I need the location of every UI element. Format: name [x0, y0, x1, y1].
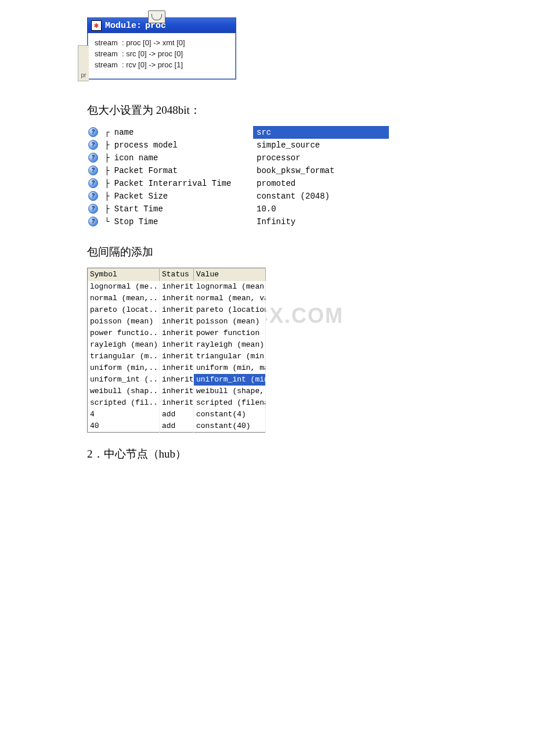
symbol-cell[interactable]: 4	[88, 409, 160, 420]
help-icon[interactable]: ?	[88, 153, 98, 163]
value-cell[interactable]: constant(40)	[194, 420, 266, 433]
symbol-row[interactable]: 40addconstant(40)	[88, 420, 266, 433]
status-cell[interactable]: inherit	[160, 304, 194, 316]
attribute-name[interactable]: ├ Packet Interarrival Time	[101, 177, 253, 190]
status-cell[interactable]: inherit	[160, 386, 194, 397]
attribute-value[interactable]: constant (2048)	[253, 190, 389, 203]
attribute-value[interactable]: book_pksw_format	[253, 164, 389, 177]
value-cell[interactable]: pareto (location, s	[194, 304, 266, 316]
attribute-row[interactable]: ?├ Packet Formatbook_pksw_format	[87, 164, 389, 177]
help-icon-cell[interactable]: ?	[87, 203, 101, 215]
attribute-value[interactable]: src	[253, 126, 389, 139]
value-cell[interactable]: constant(4)	[194, 409, 266, 420]
symbol-row[interactable]: uniform_int (...inherituniform_int (min,…	[88, 374, 266, 386]
stream-line: stream : src [0] -> proc [0]	[95, 49, 231, 60]
attribute-row[interactable]: ?┌ namesrc	[87, 126, 389, 139]
symbol-cell[interactable]: scripted (fil...	[88, 397, 160, 409]
symbol-row[interactable]: 4addconstant(4)	[88, 409, 266, 420]
symbol-row[interactable]: rayleigh (mean)inheritrayleigh (mean)	[88, 339, 266, 351]
symbol-cell[interactable]: uniform (min,...	[88, 362, 160, 374]
attribute-value[interactable]: simple_source	[253, 139, 389, 152]
attribute-row[interactable]: ?├ icon nameprocessor	[87, 152, 389, 164]
header-symbol[interactable]: Symbol	[88, 268, 160, 281]
symbol-row[interactable]: normal (mean,...inheritnormal (mean, var…	[88, 293, 266, 304]
attribute-name[interactable]: ├ Start Time	[101, 203, 253, 215]
status-cell[interactable]: inherit	[160, 339, 194, 351]
value-cell[interactable]: power function (sha	[194, 327, 266, 339]
attribute-value[interactable]: Infinity	[253, 215, 389, 228]
value-cell[interactable]: poisson (mean)	[194, 316, 266, 327]
symbol-cell[interactable]: weibull (shap...	[88, 386, 160, 397]
help-icon[interactable]: ?	[88, 140, 98, 150]
value-cell[interactable]: uniform_int (min, m	[194, 374, 266, 386]
help-icon-cell[interactable]: ?	[87, 139, 101, 152]
help-icon[interactable]: ?	[88, 127, 98, 137]
attribute-name[interactable]: ├ Packet Size	[101, 190, 253, 203]
symbol-row[interactable]: uniform (min,...inherituniform (min, max…	[88, 362, 266, 374]
status-cell[interactable]: add	[160, 409, 194, 420]
attribute-table[interactable]: ?┌ namesrc?├ process modelsimple_source?…	[87, 126, 389, 228]
symbol-cell[interactable]: triangular (m...	[88, 351, 160, 362]
symbol-cell[interactable]: normal (mean,...	[88, 293, 160, 304]
symbol-row[interactable]: scripted (fil...inheritscripted (filenam…	[88, 397, 266, 409]
help-icon[interactable]: ?	[88, 178, 98, 188]
attribute-name[interactable]: ├ Packet Format	[101, 164, 253, 177]
attribute-name[interactable]: ├ icon name	[101, 152, 253, 164]
help-icon[interactable]: ?	[88, 191, 98, 201]
symbol-row[interactable]: weibull (shap...inheritweibull (shape, s…	[88, 386, 266, 397]
help-icon[interactable]: ?	[88, 204, 98, 214]
symbol-cell[interactable]: power functio...	[88, 327, 160, 339]
symbol-cell[interactable]: poisson (mean)	[88, 316, 160, 327]
value-cell[interactable]: lognormal (mean, va	[194, 281, 266, 293]
status-cell[interactable]: inherit	[160, 316, 194, 327]
module-star-icon: ✱	[91, 20, 102, 31]
value-cell[interactable]: uniform (min, max)	[194, 362, 266, 374]
value-cell[interactable]: normal (mean, varia	[194, 293, 266, 304]
value-cell[interactable]: weibull (shape, sca	[194, 386, 266, 397]
symbol-row[interactable]: lognormal (me...inheritlognormal (mean, …	[88, 281, 266, 293]
value-cell[interactable]: triangular (min, ma	[194, 351, 266, 362]
symbol-cell[interactable]: 40	[88, 420, 160, 433]
header-value[interactable]: Value	[194, 268, 266, 281]
help-icon-cell[interactable]: ?	[87, 177, 101, 190]
symbol-row[interactable]: poisson (mean)inheritpoisson (mean)	[88, 316, 266, 327]
help-icon-cell[interactable]: ?	[87, 152, 101, 164]
help-icon[interactable]: ?	[88, 217, 98, 226]
symbol-cell[interactable]: rayleigh (mean)	[88, 339, 160, 351]
status-cell[interactable]: inherit	[160, 374, 194, 386]
attribute-value[interactable]: 10.0	[253, 203, 389, 215]
header-status[interactable]: Status	[160, 268, 194, 281]
status-cell[interactable]: inherit	[160, 351, 194, 362]
symbol-row[interactable]: triangular (m...inherittriangular (min, …	[88, 351, 266, 362]
module-body: stream : proc [0] -> xmt [0] stream : sr…	[88, 33, 236, 79]
attribute-name[interactable]: ┌ name	[101, 126, 253, 139]
status-cell[interactable]: inherit	[160, 362, 194, 374]
attribute-name[interactable]: ├ process model	[101, 139, 253, 152]
status-cell[interactable]: add	[160, 420, 194, 433]
status-cell[interactable]: inherit	[160, 293, 194, 304]
symbol-cell[interactable]: uniform_int (...	[88, 374, 160, 386]
status-cell[interactable]: inherit	[160, 397, 194, 409]
attribute-row[interactable]: ?├ process modelsimple_source	[87, 139, 389, 152]
symbol-table[interactable]: Symbol Status Value lognormal (me...inhe…	[87, 268, 266, 433]
symbol-row[interactable]: power functio...inheritpower function (s…	[88, 327, 266, 339]
value-cell[interactable]: scripted (filename)	[194, 397, 266, 409]
status-cell[interactable]: inherit	[160, 327, 194, 339]
symbol-row[interactable]: pareto (locat...inheritpareto (location,…	[88, 304, 266, 316]
help-icon-cell[interactable]: ?	[87, 215, 101, 228]
help-icon-cell[interactable]: ?	[87, 164, 101, 177]
help-icon-cell[interactable]: ?	[87, 190, 101, 203]
symbol-cell[interactable]: lognormal (me...	[88, 281, 160, 293]
value-cell[interactable]: rayleigh (mean)	[194, 339, 266, 351]
symbol-cell[interactable]: pareto (locat...	[88, 304, 160, 316]
status-cell[interactable]: inherit	[160, 281, 194, 293]
attribute-row[interactable]: ?├ Packet Interarrival Timepromoted	[87, 177, 389, 190]
help-icon[interactable]: ?	[88, 165, 98, 175]
attribute-row[interactable]: ?├ Start Time10.0	[87, 203, 389, 215]
attribute-value[interactable]: promoted	[253, 177, 389, 190]
attribute-row[interactable]: ?├ Packet Sizeconstant (2048)	[87, 190, 389, 203]
attribute-name[interactable]: └ Stop Time	[101, 215, 253, 228]
attribute-row[interactable]: ?└ Stop TimeInfinity	[87, 215, 389, 228]
help-icon-cell[interactable]: ?	[87, 126, 101, 139]
attribute-value[interactable]: processor	[253, 152, 389, 164]
